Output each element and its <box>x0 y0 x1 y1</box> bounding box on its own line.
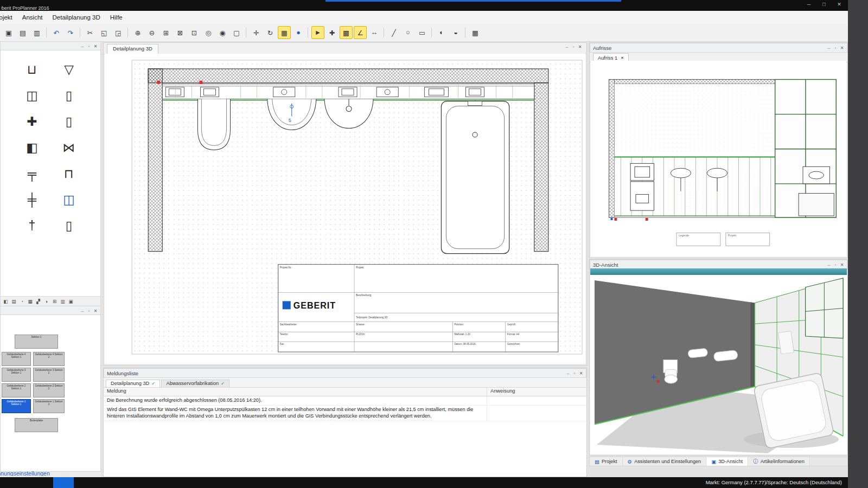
catalog-item[interactable]: ◧ <box>14 138 50 157</box>
window-control-button[interactable]: ─ <box>805 2 813 7</box>
toolbar-button[interactable]: ↔ <box>368 26 381 39</box>
panel-minimize-icon[interactable]: – <box>564 44 570 49</box>
toolbar-button[interactable]: ✚ <box>326 26 339 39</box>
structure-box[interactable]: Gebäudeebene 4 Sektion 2 <box>33 352 65 366</box>
toolbar-button[interactable]: ▥ <box>30 26 43 39</box>
menu-item[interactable]: Hilfe <box>105 12 127 22</box>
toolbar-button[interactable]: ⊡ <box>188 26 201 39</box>
mini-tool-button[interactable]: ▞ <box>34 298 42 305</box>
catalog-item[interactable]: ⊔ <box>14 60 50 79</box>
mini-tool-button[interactable]: ▤ <box>10 298 18 305</box>
menu-item[interactable]: Projekt <box>0 12 17 22</box>
structure-box-section[interactable]: Sektion 1 <box>15 335 58 349</box>
toolbar-button[interactable]: ↷ <box>64 26 77 39</box>
catalog-item[interactable]: ⋈ <box>50 138 87 157</box>
window-control-button[interactable]: □ <box>820 2 828 7</box>
toolbar-button[interactable]: ◉ <box>216 26 229 39</box>
toolbar-button[interactable]: ✛ <box>250 26 263 39</box>
panel-float-icon[interactable]: ▫ <box>86 309 92 313</box>
catalog-item[interactable]: ▯ <box>50 86 87 105</box>
mini-tool-button[interactable]: ▣ <box>67 298 75 305</box>
toolbar-button[interactable]: ▦ <box>278 26 291 39</box>
toolbar-button[interactable]: ↶ <box>50 26 63 39</box>
toolbar-button[interactable]: ⊕ <box>131 26 144 39</box>
panel-close-icon[interactable]: ✕ <box>839 46 845 50</box>
structure-box[interactable]: Gebäudeebene 2 Sektion 1 <box>2 383 31 397</box>
toolbar-button[interactable]: ▭ <box>416 26 429 39</box>
panel-minimize-icon[interactable]: – <box>826 46 832 50</box>
menu-item[interactable]: Detailplanung 3D <box>48 12 105 22</box>
right-panel-tab[interactable]: ▣ 3D-Ansicht <box>706 457 748 466</box>
toolbar-button[interactable]: ▤ <box>16 26 29 39</box>
toolbar-button[interactable]: ◒ <box>449 26 462 39</box>
panel-float-icon[interactable]: ▫ <box>571 371 578 376</box>
right-panel-tab[interactable]: ⚙ Assistenten und Einstellungen <box>623 457 707 466</box>
message-row[interactable]: Die Berechnung wurde erfolgreich abgesch… <box>104 396 586 406</box>
mini-tool-button[interactable]: ▥ <box>59 298 67 305</box>
toolbar-button[interactable] <box>465 27 466 38</box>
catalog-item[interactable]: ✚ <box>14 112 50 131</box>
toolbar-button[interactable]: ╱ <box>387 26 400 39</box>
mini-tool-button[interactable]: ⊞ <box>50 298 59 305</box>
toolbar-button[interactable]: ∠ <box>354 26 367 39</box>
structure-box[interactable]: Gebäudeebene 1 Sektion 2 <box>33 399 65 413</box>
messages-tab[interactable]: Detailplanung 3D ✓ <box>106 380 160 387</box>
menu-item[interactable]: Ansicht <box>17 12 48 22</box>
toolbar-button[interactable]: ○ <box>401 26 414 39</box>
catalog-item[interactable]: ▯ <box>50 112 87 131</box>
toolbar-button[interactable]: ◎ <box>202 26 215 39</box>
panel-float-icon[interactable]: ▫ <box>832 262 839 267</box>
catalog-item[interactable]: ▽ <box>50 60 87 79</box>
toolbar-button[interactable]: ▣ <box>2 26 15 39</box>
structure-box-baseplate[interactable]: Bodenplatte <box>15 418 58 432</box>
messages-tab[interactable]: Abwasservorfabrikation ✓ <box>161 380 229 387</box>
toolbar-button[interactable]: ▩ <box>340 26 353 39</box>
structure-box[interactable]: Gebäudeebene 4 Sektion 1 <box>2 352 31 366</box>
toolbar-button[interactable]: ⊖ <box>145 26 158 39</box>
panel-close-icon[interactable]: ✕ <box>92 309 99 313</box>
toolbar-button[interactable]: ▦ <box>469 26 482 39</box>
toolbar-button[interactable]: ◲ <box>112 26 125 39</box>
window-control-button[interactable]: ✕ <box>835 2 843 7</box>
calculation-settings-link[interactable]: Berechnungseinstellungen <box>0 470 50 476</box>
toolbar-button[interactable] <box>246 27 247 38</box>
tab-detailplanung-3d[interactable]: Detailplanung 3D <box>107 44 158 54</box>
catalog-item[interactable]: ⊓ <box>50 164 87 183</box>
catalog-item[interactable]: ╤ <box>14 164 50 183</box>
toolbar-button[interactable] <box>384 27 385 38</box>
catalog-item[interactable]: ▯ <box>50 216 87 235</box>
toolbar-button[interactable]: ● <box>292 26 305 39</box>
toolbar-button[interactable] <box>308 27 309 38</box>
panel-minimize-icon[interactable]: – <box>826 262 832 267</box>
toolbar-button[interactable] <box>127 27 129 38</box>
toolbar-button[interactable]: ⊞ <box>159 26 173 39</box>
toolbar-button[interactable]: ✂ <box>84 26 97 39</box>
structure-box[interactable]: Gebäudeebene 3 Sektion 1 <box>2 368 31 382</box>
panel-float-icon[interactable]: ▫ <box>570 44 577 49</box>
mini-tool-button[interactable]: ◧ <box>2 298 10 305</box>
toolbar-button[interactable] <box>431 27 432 38</box>
tab-close-icon[interactable]: ✕ <box>621 56 624 60</box>
toolbar-button[interactable] <box>80 27 81 38</box>
floorplan[interactable]: 5 GEBERIT <box>105 54 585 364</box>
panel-float-icon[interactable]: ▫ <box>86 44 92 49</box>
panel-close-icon[interactable]: ✕ <box>578 371 584 376</box>
panel-close-icon[interactable]: ✕ <box>577 44 583 49</box>
panel-minimize-icon[interactable]: – <box>565 371 571 376</box>
toolbar-button[interactable] <box>46 27 47 38</box>
toolbar-button[interactable]: ► <box>311 26 324 39</box>
panel-minimize-icon[interactable]: – <box>79 309 86 313</box>
catalog-item[interactable]: † <box>14 216 50 235</box>
panel-minimize-icon[interactable]: – <box>79 44 86 49</box>
mini-tool-button[interactable]: ◔ <box>18 298 26 305</box>
toolbar-button[interactable]: ▢ <box>230 26 243 39</box>
mini-tool-button[interactable]: ▦ <box>26 298 34 305</box>
panel-float-icon[interactable]: ▫ <box>832 46 839 50</box>
toolbar-button[interactable]: ⊠ <box>174 26 187 39</box>
structure-box[interactable]: Gebäudeebene 1 Sektion 1 <box>2 399 31 413</box>
toolbar-button[interactable]: ◐ <box>435 26 448 39</box>
message-row[interactable]: Wird das GIS Element für Wand-WC mit Ome… <box>104 406 586 421</box>
toolbar-button[interactable]: ↻ <box>264 26 277 39</box>
mini-tool-button[interactable]: ◑ <box>42 298 50 305</box>
structure-box[interactable]: Gebäudeebene 2 Sektion 2 <box>33 383 65 397</box>
